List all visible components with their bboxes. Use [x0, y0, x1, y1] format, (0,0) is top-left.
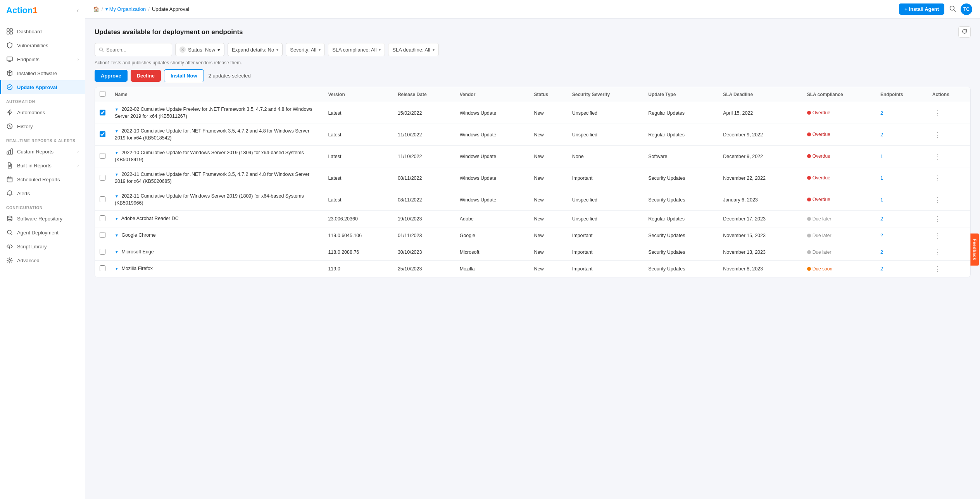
expand-row-arrow[interactable]: ▼: [115, 172, 119, 177]
row-actions[interactable]: ⋮: [928, 167, 970, 189]
refresh-button[interactable]: [958, 26, 971, 38]
expand-row-arrow[interactable]: ▼: [115, 151, 119, 155]
row-actions-menu[interactable]: ⋮: [932, 232, 942, 239]
row-endpoints[interactable]: 1: [876, 167, 928, 189]
expand-row-arrow[interactable]: ▼: [115, 129, 119, 133]
row-checkbox[interactable]: [100, 215, 105, 221]
expand-row-arrow[interactable]: ▼: [115, 107, 119, 112]
row-endpoints[interactable]: 2: [876, 227, 928, 244]
expand-details-filter[interactable]: Expand details: No ▾: [228, 43, 283, 56]
row-checkbox[interactable]: [100, 131, 105, 137]
row-checkbox-cell[interactable]: [95, 211, 110, 227]
sidebar-item-advanced[interactable]: Advanced: [0, 253, 85, 267]
sidebar-item-installed-software[interactable]: Installed Software: [0, 66, 85, 80]
endpoints-link[interactable]: 1: [880, 154, 883, 159]
row-checkbox[interactable]: [100, 265, 105, 271]
row-actions[interactable]: ⋮: [928, 124, 970, 146]
approve-button[interactable]: Approve: [95, 70, 128, 82]
row-checkbox-cell[interactable]: [95, 167, 110, 189]
sidebar-item-vulnerabilities[interactable]: Vulnerabilities: [0, 38, 85, 52]
install-agent-button[interactable]: + Install Agent: [899, 3, 944, 15]
row-checkbox-cell[interactable]: [95, 124, 110, 146]
row-actions-menu[interactable]: ⋮: [932, 109, 942, 117]
row-actions-menu[interactable]: ⋮: [932, 131, 942, 139]
endpoints-link[interactable]: 2: [880, 110, 883, 116]
sidebar-item-agent-deployment[interactable]: Agent Deployment: [0, 225, 85, 239]
row-actions-menu[interactable]: ⋮: [932, 215, 942, 223]
row-checkbox-cell[interactable]: [95, 189, 110, 211]
sidebar-item-endpoints[interactable]: Endpoints ›: [0, 52, 85, 66]
row-actions[interactable]: ⋮: [928, 227, 970, 244]
row-actions[interactable]: ⋮: [928, 189, 970, 211]
row-checkbox[interactable]: [100, 232, 105, 238]
row-checkbox-cell[interactable]: [95, 146, 110, 167]
expand-row-arrow[interactable]: ▼: [115, 267, 119, 271]
endpoints-link[interactable]: 2: [880, 132, 883, 138]
sidebar-item-custom-reports[interactable]: Custom Reports ›: [0, 145, 85, 158]
row-actions-menu[interactable]: ⋮: [932, 196, 942, 204]
expand-row-arrow[interactable]: ▼: [115, 194, 119, 198]
row-endpoints[interactable]: 2: [876, 261, 928, 277]
row-checkbox[interactable]: [100, 249, 105, 255]
feedback-tab[interactable]: Feedback: [971, 234, 979, 266]
sidebar-item-builtin-reports[interactable]: Built-in Reports ›: [0, 158, 85, 172]
row-actions-menu[interactable]: ⋮: [932, 174, 942, 182]
row-actions[interactable]: ⋮: [928, 146, 970, 167]
row-endpoints[interactable]: 1: [876, 189, 928, 211]
expand-row-arrow[interactable]: ▼: [115, 250, 119, 254]
sidebar-item-history[interactable]: History: [0, 119, 85, 133]
user-avatar[interactable]: TC: [961, 3, 972, 15]
search-box[interactable]: [95, 43, 172, 56]
sidebar-collapse-button[interactable]: ‹: [77, 7, 79, 14]
endpoints-link[interactable]: 2: [880, 266, 883, 272]
row-endpoints[interactable]: 2: [876, 102, 928, 124]
sidebar-item-update-approval[interactable]: Update Approval: [0, 80, 85, 94]
endpoints-link[interactable]: 1: [880, 176, 883, 181]
search-header-icon[interactable]: [949, 5, 956, 14]
row-checkbox-cell[interactable]: [95, 244, 110, 261]
row-checkbox-cell[interactable]: [95, 227, 110, 244]
endpoints-link[interactable]: 2: [880, 216, 883, 222]
row-name-cell: ▼ Google Chrome: [110, 227, 323, 244]
sidebar-item-automations[interactable]: Automations: [0, 105, 85, 119]
row-actions[interactable]: ⋮: [928, 244, 970, 261]
install-now-button[interactable]: Install Now: [164, 69, 204, 82]
row-endpoints[interactable]: 2: [876, 124, 928, 146]
decline-button[interactable]: Decline: [131, 70, 161, 82]
sla-deadline-filter[interactable]: SLA deadline: All ▾: [388, 43, 439, 56]
org-breadcrumb[interactable]: ▾ My Organization: [105, 6, 146, 12]
select-all-checkbox[interactable]: [100, 91, 105, 97]
endpoints-link[interactable]: 1: [880, 197, 883, 203]
row-actions[interactable]: ⋮: [928, 261, 970, 277]
row-endpoints[interactable]: 1: [876, 146, 928, 167]
row-endpoints[interactable]: 2: [876, 244, 928, 261]
row-actions-menu[interactable]: ⋮: [932, 153, 942, 160]
row-actions[interactable]: ⋮: [928, 211, 970, 227]
row-checkbox[interactable]: [100, 153, 105, 159]
severity-filter[interactable]: Severity: All ▾: [286, 43, 325, 56]
row-checkbox[interactable]: [100, 196, 105, 202]
sidebar-item-scheduled-reports[interactable]: Scheduled Reports: [0, 172, 85, 186]
home-breadcrumb[interactable]: 🏠: [93, 6, 99, 12]
sidebar-item-dashboard[interactable]: Dashboard: [0, 24, 85, 38]
search-input[interactable]: [106, 47, 160, 53]
status-filter-tag[interactable]: ✕ Status: New ▾: [175, 43, 224, 56]
sla-compliance-filter[interactable]: SLA compliance: All ▾: [328, 43, 385, 56]
row-checkbox[interactable]: [100, 110, 105, 115]
row-checkbox-cell[interactable]: [95, 102, 110, 124]
sidebar-item-software-repository[interactable]: Software Repository: [0, 212, 85, 225]
row-checkbox-cell[interactable]: [95, 261, 110, 277]
row-actions-menu[interactable]: ⋮: [932, 248, 942, 256]
row-checkbox[interactable]: [100, 175, 105, 181]
expand-row-arrow[interactable]: ▼: [115, 233, 119, 237]
row-actions-menu[interactable]: ⋮: [932, 265, 942, 273]
row-endpoints[interactable]: 2: [876, 211, 928, 227]
row-actions[interactable]: ⋮: [928, 102, 970, 124]
status-filter-remove[interactable]: ✕: [179, 46, 186, 53]
sidebar-item-script-library[interactable]: Script Library: [0, 239, 85, 253]
endpoints-link[interactable]: 2: [880, 233, 883, 238]
expand-row-arrow[interactable]: ▼: [115, 217, 119, 221]
sidebar-item-alerts[interactable]: Alerts: [0, 186, 85, 200]
endpoints-link[interactable]: 2: [880, 250, 883, 255]
select-all-header[interactable]: [95, 87, 110, 102]
